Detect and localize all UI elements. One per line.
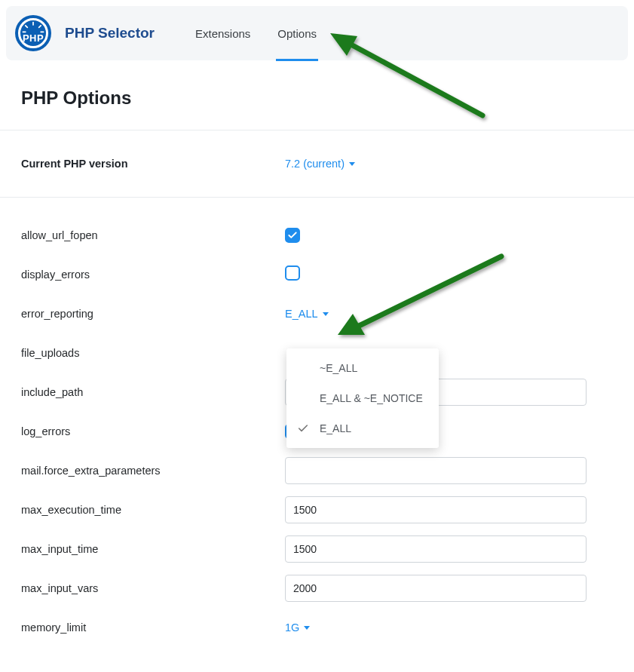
checkbox-display-errors[interactable] [285, 265, 300, 281]
header-bar: PHP PHP Selector Extensions Options [6, 6, 628, 60]
option-row-display-errors: display_errors [0, 255, 634, 294]
select-value: E_ALL [285, 308, 318, 320]
app-title: PHP Selector [65, 25, 155, 41]
option-label: display_errors [21, 268, 285, 281]
tabs: Extensions Options [195, 6, 317, 60]
current-version-select[interactable]: 7.2 (current) [285, 158, 355, 170]
current-version-label: Current PHP version [21, 158, 285, 170]
dropdown-error-reporting: ~E_ALL E_ALL & ~E_NOTICE E_ALL [286, 348, 439, 448]
dropdown-item[interactable]: E_ALL & ~E_NOTICE [286, 383, 439, 413]
option-label: allow_url_fopen [21, 229, 285, 241]
option-row-error-reporting: error_reporting E_ALL [0, 294, 634, 333]
input-max-input-vars[interactable] [285, 575, 587, 602]
svg-line-1 [26, 26, 28, 28]
input-max-input-time[interactable] [285, 535, 587, 563]
option-label: max_execution_time [21, 504, 285, 516]
option-label: memory_limit [21, 621, 285, 634]
option-label: file_uploads [21, 347, 285, 359]
option-row-max-input-vars: max_input_vars [0, 569, 634, 608]
option-label: error_reporting [21, 308, 285, 320]
dropdown-item[interactable]: ~E_ALL [286, 353, 439, 383]
input-mail-force-extra[interactable] [285, 457, 587, 484]
select-error-reporting[interactable]: E_ALL [285, 308, 329, 320]
checkbox-allow-url-fopen[interactable] [285, 228, 300, 243]
page-title: PHP Options [21, 87, 634, 109]
option-label: include_path [21, 386, 285, 398]
check-icon [297, 422, 309, 434]
option-label: log_errors [21, 425, 285, 437]
option-row-mail-force-extra: mail.force_extra_parameters [0, 451, 634, 490]
current-version-row: Current PHP version 7.2 (current) [0, 130, 634, 197]
check-icon [287, 230, 298, 241]
dropdown-item-selected[interactable]: E_ALL [286, 413, 439, 443]
chevron-down-icon [323, 312, 329, 316]
option-row-max-input-time: max_input_time [0, 529, 634, 569]
dropdown-item-label: E_ALL [320, 422, 351, 434]
option-row-max-execution-time: max_execution_time [0, 490, 634, 529]
option-label: mail.force_extra_parameters [21, 465, 285, 477]
php-logo-icon: PHP [15, 15, 51, 51]
chevron-down-icon [349, 162, 355, 166]
tab-extensions[interactable]: Extensions [195, 6, 250, 60]
input-max-execution-time[interactable] [285, 496, 587, 523]
chevron-down-icon [304, 626, 310, 630]
select-memory-limit[interactable]: 1G [285, 621, 310, 634]
select-value: 1G [285, 621, 299, 634]
option-row-allow-url-fopen: allow_url_fopen [0, 216, 634, 255]
tab-options[interactable]: Options [277, 6, 317, 60]
option-label: max_input_time [21, 543, 285, 555]
option-label: max_input_vars [21, 582, 285, 594]
option-row-memory-limit: memory_limit 1G [0, 608, 634, 647]
current-version-value: 7.2 (current) [285, 158, 345, 170]
svg-line-2 [39, 26, 41, 28]
